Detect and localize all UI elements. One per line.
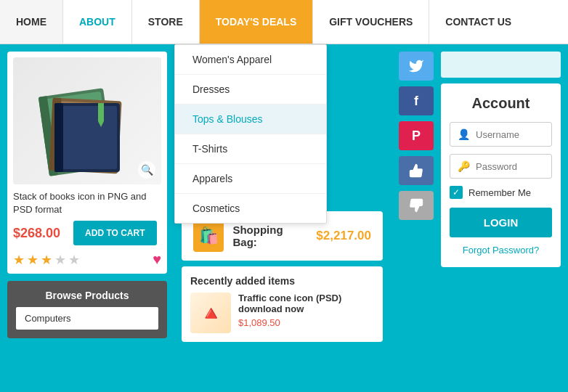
like-button[interactable] xyxy=(399,156,434,185)
wishlist-heart[interactable]: ♥ xyxy=(153,251,161,268)
svg-rect-9 xyxy=(98,103,104,121)
star-3: ★ xyxy=(41,252,52,268)
dropdown-item-cosmetics[interactable]: Cosmetics xyxy=(175,194,326,223)
dropdown-item-tops-blouses[interactable]: Tops & Blouses xyxy=(175,105,326,134)
recent-item: 🔺 Traffic cone icon (PSD) download now $… xyxy=(190,293,374,333)
password-input[interactable] xyxy=(476,161,544,172)
main-nav: HOME ABOUT STORE TODAY'S DEALS GIFT VOUC… xyxy=(0,0,568,44)
right-panel: Account 👤 🔑 ✓ Remember Me LOGIN Forgot P… xyxy=(441,44,568,392)
product-price: $268.00 xyxy=(13,226,60,241)
username-input[interactable] xyxy=(476,129,544,140)
star-1: ★ xyxy=(13,252,25,268)
bag-amount: $2,217.00 xyxy=(316,229,371,243)
nav-about[interactable]: ABOUT xyxy=(63,0,132,44)
browse-products-section: Browse Products Computers xyxy=(7,281,167,338)
svg-rect-8 xyxy=(54,103,63,172)
twitter-button[interactable] xyxy=(399,52,434,81)
forgot-password-link[interactable]: Forgot Password? xyxy=(450,245,552,256)
login-button[interactable]: LOGIN xyxy=(450,208,552,237)
password-group: 🔑 xyxy=(450,154,552,179)
dropdown-item-tshirts[interactable]: T-Shirts xyxy=(175,134,326,164)
lock-icon: 🔑 xyxy=(458,160,470,172)
account-card: Account 👤 🔑 ✓ Remember Me LOGIN Forgot P… xyxy=(441,83,561,267)
search-icon: 🔍 xyxy=(138,161,155,179)
recent-item-thumb: 🔺 xyxy=(190,293,231,333)
account-title: Account xyxy=(450,95,552,112)
nav-gift-vouchers[interactable]: GIFT VOUCHERS xyxy=(313,0,429,44)
social-icons: f P xyxy=(391,44,441,227)
remember-me-row: ✓ Remember Me xyxy=(450,186,552,199)
bag-icon: 🛍️ xyxy=(193,220,224,252)
product-title: Stack of books icon in PNG and PSD forma… xyxy=(13,190,161,216)
remember-checkbox[interactable]: ✓ xyxy=(450,186,463,199)
star-5: ★ xyxy=(68,252,80,268)
add-to-cart-button[interactable]: ADD TO CART xyxy=(73,221,156,245)
center-panel: Women's Apparel Dresses Tops & Blouses T… xyxy=(174,44,441,392)
svg-rect-7 xyxy=(57,106,117,169)
nav-home[interactable]: HOME xyxy=(0,0,63,44)
dislike-button[interactable] xyxy=(399,191,434,220)
dropdown-item-womens-apparel[interactable]: Women's Apparel xyxy=(175,45,326,75)
dropdown-item-apparels[interactable]: Apparels xyxy=(175,164,326,194)
username-group: 👤 xyxy=(450,122,552,147)
product-card: 🔍 Stack of books icon in PNG and PSD for… xyxy=(7,52,167,274)
star-4: ★ xyxy=(54,252,66,268)
pinterest-button[interactable]: P xyxy=(399,121,434,150)
left-panel: 🔍 Stack of books icon in PNG and PSD for… xyxy=(0,44,174,392)
main-content: 🔍 Stack of books icon in PNG and PSD for… xyxy=(0,44,568,392)
remember-label: Remember Me xyxy=(468,187,531,198)
star-2: ★ xyxy=(27,252,38,268)
search-bar[interactable] xyxy=(441,52,561,78)
dropdown-item-dresses[interactable]: Dresses xyxy=(175,75,326,105)
dropdown-menu: Women's Apparel Dresses Tops & Blouses T… xyxy=(174,44,327,224)
recently-added-title: Recently added items xyxy=(190,275,374,287)
nav-contact-us[interactable]: CONTACT US xyxy=(429,0,527,44)
user-icon: 👤 xyxy=(458,128,470,140)
browse-item-computers[interactable]: Computers xyxy=(16,307,158,330)
recent-item-price: $1,089.50 xyxy=(238,317,374,328)
bag-label: Shopping Bag: xyxy=(232,224,307,248)
facebook-button[interactable]: f xyxy=(399,86,434,115)
browse-title: Browse Products xyxy=(16,290,158,301)
recent-item-details: Traffic cone icon (PSD) download now $1,… xyxy=(238,293,374,328)
nav-today-deals[interactable]: TODAY'S DEALS xyxy=(200,0,313,44)
nav-store[interactable]: STORE xyxy=(132,0,200,44)
product-rating: ★ ★ ★ ★ ★ ♥ xyxy=(13,251,161,268)
product-image: 🔍 xyxy=(13,57,161,184)
recently-added-section: Recently added items 🔺 Traffic cone icon… xyxy=(182,266,383,342)
recent-item-name: Traffic cone icon (PSD) download now xyxy=(238,293,374,314)
